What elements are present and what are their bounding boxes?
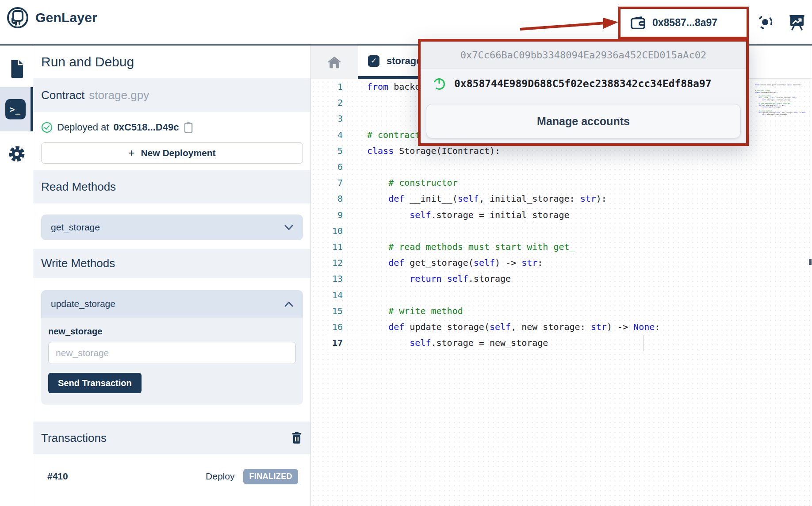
code-line[interactable]: 7 # constructor: [311, 175, 753, 191]
method-params-form: new_storage Send Transaction: [41, 318, 303, 405]
account-dropdown: 0x7Cc66BaC09bb3348094Ea2936a452CED015aAc…: [418, 39, 749, 146]
line-number: 5: [311, 146, 343, 156]
new-deployment-label: New Deployment: [141, 148, 215, 158]
panel-title: Run and Debug: [33, 46, 310, 78]
method-update-storage[interactable]: update_storage: [41, 290, 303, 318]
send-transaction-button[interactable]: Send Transaction: [48, 373, 142, 393]
contract-label: Contract: [41, 88, 84, 102]
home-icon: [327, 56, 341, 69]
code-text: self.storage = initial_storage: [367, 210, 570, 220]
code-text: # constructor: [367, 177, 458, 188]
sidebar-item-settings[interactable]: [0, 141, 33, 167]
genlayer-simulator-page: ✓ storage.gpy 1from backend.node.genvm.i…: [0, 0, 812, 506]
account-option-active[interactable]: 0x858744E989D688C5f02ec2388342cc34Edf88a…: [421, 69, 746, 98]
transactions-title: Transactions: [41, 431, 107, 445]
method-label: update_storage: [51, 299, 115, 309]
check-circle-icon: [41, 122, 53, 133]
sidebar-item-files[interactable]: [0, 56, 33, 82]
terminal-icon: >_: [5, 99, 26, 119]
power-active-icon: [432, 77, 446, 91]
line-number: 11: [311, 242, 343, 252]
line-number: 6: [311, 161, 343, 172]
line-number: 10: [311, 226, 343, 236]
tab-home[interactable]: [311, 46, 358, 79]
contract-file-name: storage.gpy: [89, 88, 149, 102]
method-get-storage[interactable]: get_storage: [41, 215, 303, 240]
line-number: 9: [311, 210, 343, 220]
wallet-address-short: 0x8587...8a97: [652, 17, 717, 29]
transactions-header: Transactions: [33, 422, 310, 454]
line-number: 12: [311, 257, 343, 268]
validators-stats-button[interactable]: [788, 12, 806, 34]
method-update-storage-panel: update_storage new_storage Send Transact…: [41, 290, 303, 405]
line-number: 15: [311, 306, 343, 316]
transaction-status-badge: FINALIZED: [243, 469, 298, 484]
contract-section-header: Contract storage.gpy: [33, 78, 310, 112]
clear-transactions-trash-icon[interactable]: [291, 431, 303, 445]
code-line[interactable]: 12 def get_storage(self) -> str:: [311, 255, 753, 271]
account-option-inactive[interactable]: 0x7Cc66BaC09bb3348094Ea2936a452CED015aAc…: [421, 42, 746, 69]
active-account-address: 0x858744E989D688C5f02ec2388342cc34Edf88a…: [454, 78, 712, 89]
new-deployment-button[interactable]: + New Deployment: [41, 142, 303, 164]
deployed-status-row: Deployed at 0xC518...D49c: [41, 119, 194, 136]
deployed-prefix: Deployed at: [57, 122, 109, 133]
line-number: 13: [311, 273, 343, 284]
code-line[interactable]: 6: [311, 159, 753, 175]
code-line[interactable]: 14: [311, 287, 753, 303]
code-text: # read methods must start with get_: [367, 242, 575, 252]
read-methods-header: Read Methods: [33, 170, 310, 203]
sun-icon: [756, 12, 774, 32]
chevron-down-icon: [284, 225, 293, 230]
saved-file-check-icon: ✓: [368, 55, 379, 67]
wallet-icon: [630, 15, 646, 31]
code-text: return self.storage: [367, 273, 511, 284]
code-line[interactable]: 8 def __init__(self, initial_storage: st…: [311, 191, 753, 207]
brand-name: GenLayer: [35, 10, 97, 25]
genlayer-logo-icon: [6, 6, 29, 29]
code-text: def get_storage(self) -> str:: [367, 257, 543, 268]
copy-address-icon[interactable]: [183, 121, 194, 134]
scrollbar-thumb[interactable]: [809, 259, 812, 265]
minimap-line: self.storage = new_storage: [755, 114, 811, 115]
code-text: self.storage = new_storage: [367, 337, 548, 348]
minimap-content: from backend.node.genvm.icontract import…: [755, 84, 811, 115]
line-number: 2: [311, 97, 343, 108]
line-number: 3: [311, 113, 343, 124]
brand: GenLayer: [6, 6, 97, 29]
presentation-chart-icon: [788, 12, 806, 32]
param-label: new_storage: [48, 326, 296, 337]
code-line[interactable]: 9 self.storage = initial_storage: [311, 207, 753, 223]
plus-icon: +: [128, 147, 134, 159]
code-line[interactable]: 16 def update_storage(self, new_storage:…: [311, 319, 753, 335]
code-line[interactable]: 10: [311, 223, 753, 239]
transaction-id: #410: [47, 471, 68, 482]
deployed-address: 0xC518...D49c: [113, 122, 179, 133]
line-number: 1: [311, 81, 343, 92]
run-debug-panel: Run and Debug Contract storage.gpy Deplo…: [33, 46, 311, 506]
write-methods-header: Write Methods: [33, 249, 310, 278]
line-number: 7: [311, 177, 343, 188]
line-number: 17: [311, 337, 343, 348]
code-line[interactable]: 17 self.storage = new_storage: [311, 335, 753, 351]
code-line[interactable]: 13 return self.storage: [311, 271, 753, 287]
new-storage-input[interactable]: [48, 342, 296, 364]
code-text: def update_storage(self, new_storage: st…: [367, 322, 660, 332]
wallet-account-button[interactable]: 0x8587...8a97: [618, 7, 749, 39]
line-number: 16: [311, 322, 343, 332]
theme-toggle-button[interactable]: [756, 12, 774, 34]
sidebar-item-run-debug[interactable]: >_: [0, 87, 33, 131]
manage-accounts-button[interactable]: Manage accounts: [426, 104, 741, 138]
file-icon: [8, 59, 25, 79]
code-line[interactable]: 15 # write method: [311, 303, 753, 319]
code-text: def __init__(self, initial_storage: str)…: [367, 193, 607, 204]
transaction-type: Deploy: [206, 471, 234, 482]
code-line[interactable]: 11 # read methods must start with get_: [311, 239, 753, 255]
gear-icon: [7, 144, 27, 164]
transaction-row[interactable]: #410 Deploy FINALIZED: [33, 464, 310, 488]
line-number: 8: [311, 193, 343, 204]
code-text: class Storage(IContract):: [367, 146, 500, 156]
code-text: # write method: [367, 306, 463, 316]
activity-bar: >_: [0, 46, 33, 506]
chevron-up-icon: [284, 301, 293, 307]
minimap[interactable]: from backend.node.genvm.icontract import…: [752, 79, 811, 119]
